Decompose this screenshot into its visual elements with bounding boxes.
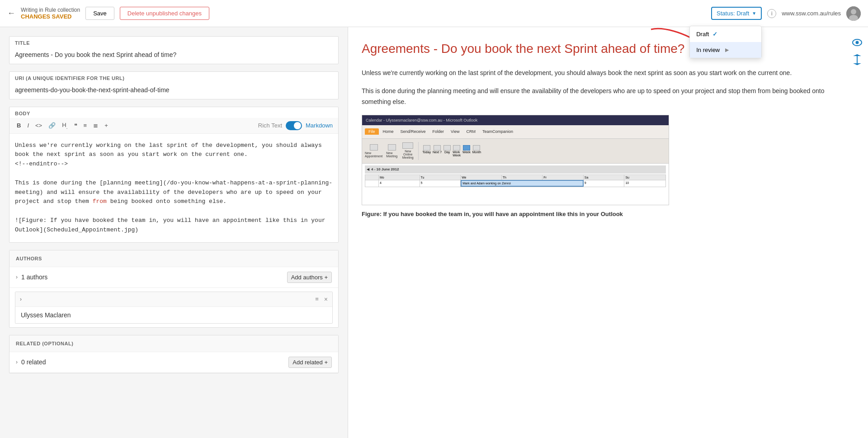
- topbar-left: ← Writing in Rule collection CHANGES SAV…: [7, 7, 711, 20]
- outlook-tab-crm: CRM: [463, 128, 478, 135]
- outlook-tab-send-receive: Send/Receive: [398, 128, 429, 135]
- preview-para1: Unless we're currently working on the la…: [362, 68, 850, 79]
- status-dropdown[interactable]: Status: Draft ▼: [711, 7, 762, 20]
- uri-label: URI (A UNIQUE IDENTIFIER FOR THE URL): [9, 72, 338, 83]
- preview-title: Agreements - Do you book the next Sprint…: [362, 41, 850, 57]
- author-name: Ulysses Maclaren: [15, 307, 332, 323]
- rich-text-label: Rich Text: [258, 122, 282, 129]
- right-panel: Agreements - Do you book the next Sprint…: [348, 27, 868, 438]
- outlook-tab-folder: Folder: [430, 128, 447, 135]
- changes-saved-badge: CHANGES SAVED: [21, 13, 80, 20]
- italic-button[interactable]: I: [25, 121, 31, 130]
- authors-chevron-icon[interactable]: ›: [16, 274, 18, 280]
- draft-label: Draft: [696, 31, 709, 38]
- title-field-block: TITLE: [9, 36, 339, 64]
- left-panel: TITLE URI (A UNIQUE IDENTIFIER FOR THE U…: [0, 27, 348, 438]
- svg-marker-8: [853, 63, 861, 65]
- in-review-label: In review: [696, 47, 720, 53]
- link-button[interactable]: 🔗: [47, 121, 57, 130]
- unordered-list-button[interactable]: ≡: [82, 121, 89, 130]
- eye-icon[interactable]: [851, 36, 863, 49]
- title-input[interactable]: [9, 47, 338, 64]
- svg-marker-7: [853, 54, 861, 56]
- editor-content[interactable]: Unless we're currently working on the la…: [9, 134, 338, 242]
- main-layout: TITLE URI (A UNIQUE IDENTIFIER FOR THE U…: [0, 27, 868, 438]
- related-header: RELATED (OPTIONAL): [9, 335, 338, 352]
- related-count-row: › 0 related Add related +: [9, 352, 338, 373]
- check-icon: ✓: [712, 31, 717, 38]
- uri-input[interactable]: [9, 83, 338, 99]
- toggle-knob: [294, 122, 301, 129]
- remove-author-icon[interactable]: ×: [324, 296, 328, 303]
- drag-handle-icon[interactable]: ≡: [315, 296, 319, 302]
- save-button[interactable]: Save: [85, 7, 114, 20]
- related-chevron-icon[interactable]: ›: [16, 359, 18, 365]
- authors-header: AUTHORS: [9, 250, 338, 267]
- quote-button[interactable]: ❝: [72, 121, 79, 130]
- outlook-event-text: Mark and Adam working on Zenroi: [462, 182, 511, 185]
- editor-toolbar: B I <> 🔗 H. ❝ ≡ ≣ + Rich Text Markdown: [9, 118, 338, 134]
- authors-actions: Add authors +: [287, 272, 332, 283]
- outlook-title: Calendar - Ulyssesmaclaren@ssw.com.au - …: [366, 118, 477, 122]
- uri-field-block: URI (A UNIQUE IDENTIFIER FOR THE URL): [9, 71, 339, 99]
- related-actions: Add related +: [288, 357, 332, 368]
- author-row-header: › ≡ ×: [15, 292, 332, 307]
- code-button[interactable]: <>: [33, 121, 44, 130]
- preview-caption: Figure: If you have booked the team in, …: [362, 211, 850, 217]
- author-item: › ≡ × Ulysses Maclaren: [15, 292, 333, 324]
- related-count: 0 related: [21, 358, 288, 366]
- related-section: RELATED (OPTIONAL) › 0 related Add relat…: [9, 335, 339, 373]
- status-dropdown-container: Status: Draft ▼ Draft ✓ In review ▶: [711, 7, 762, 20]
- back-arrow-icon[interactable]: ←: [7, 9, 15, 18]
- resize-icon[interactable]: [851, 53, 863, 66]
- authors-label: AUTHORS: [16, 256, 42, 261]
- delete-button[interactable]: Delete unpublished changes: [120, 7, 209, 20]
- preview-para2: This is done during the planning meeting…: [362, 86, 850, 108]
- authors-section: AUTHORS › 1 authors Add authors + › ≡ × …: [9, 250, 339, 328]
- author-expand-icon[interactable]: ›: [20, 296, 22, 302]
- outlook-tab-view: View: [448, 128, 462, 135]
- outlook-tab-file: File: [365, 128, 379, 135]
- title-label: TITLE: [9, 37, 338, 47]
- avatar[interactable]: [846, 6, 861, 21]
- right-panel-controls: [851, 36, 863, 66]
- insert-button[interactable]: +: [103, 121, 110, 130]
- ordered-list-button[interactable]: ≣: [91, 121, 100, 130]
- date-range: 4 - 10 June 2012: [371, 167, 399, 171]
- cursor-icon: ▶: [725, 47, 729, 53]
- breadcrumb-block: Writing in Rule collection CHANGES SAVED: [21, 7, 80, 20]
- status-dropdown-menu: Draft ✓ In review ▶: [689, 26, 762, 58]
- outlook-tab-teamcompanion: TeamCompanion: [480, 128, 516, 135]
- markdown-label: Markdown: [306, 122, 333, 129]
- bold-button[interactable]: B: [15, 121, 23, 130]
- svg-point-1: [851, 9, 856, 14]
- body-block: BODY B I <> 🔗 H. ❝ ≡ ≣ + Rich Text Markd…: [9, 107, 339, 243]
- chevron-down-icon: ▼: [752, 11, 756, 16]
- topbar-right: Status: Draft ▼ Draft ✓ In review ▶ i ww…: [711, 6, 861, 21]
- related-label: RELATED (OPTIONAL): [16, 341, 73, 346]
- dropdown-item-in-review[interactable]: In review ▶: [690, 42, 761, 58]
- preview-image: Calendar - Ulyssesmaclaren@ssw.com.au - …: [362, 115, 669, 205]
- add-related-label: Add related +: [292, 359, 328, 366]
- heading-button[interactable]: H.: [60, 121, 69, 131]
- authors-count: 1 authors: [21, 273, 287, 281]
- status-dropdown-label: Status: Draft: [717, 10, 749, 17]
- authors-count-row: › 1 authors Add authors +: [9, 267, 338, 288]
- breadcrumb-text: Writing in Rule collection: [21, 7, 80, 13]
- site-url: www.ssw.com.au/rules: [782, 10, 841, 17]
- info-icon[interactable]: i: [767, 9, 776, 18]
- toggle-group: Rich Text Markdown: [258, 121, 333, 130]
- topbar: ← Writing in Rule collection CHANGES SAV…: [0, 0, 868, 27]
- add-authors-label: Add authors +: [291, 274, 328, 281]
- info-text: i: [771, 10, 773, 17]
- dropdown-item-draft[interactable]: Draft ✓: [690, 26, 761, 42]
- add-authors-button[interactable]: Add authors +: [287, 272, 332, 283]
- body-label: BODY: [9, 107, 338, 118]
- markdown-toggle[interactable]: [286, 121, 302, 130]
- add-related-button[interactable]: Add related +: [288, 357, 332, 368]
- outlook-tab-home: Home: [380, 128, 396, 135]
- svg-point-5: [856, 41, 859, 44]
